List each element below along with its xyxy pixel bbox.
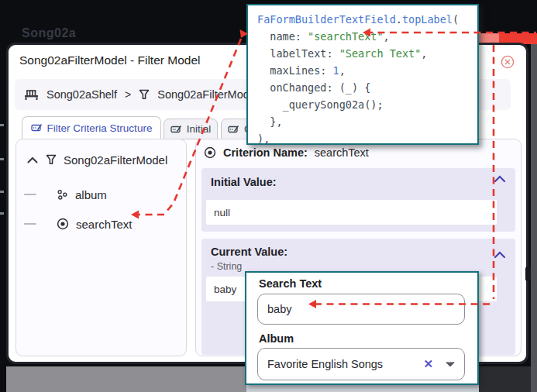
scrollbar-thumb[interactable] (525, 266, 531, 281)
album-label: Album (259, 332, 294, 345)
code-line: }, (257, 113, 477, 130)
edge-artifact (0, 212, 4, 215)
album-dropdown[interactable]: Favorite English Songs ✕ (257, 348, 465, 380)
funnel-icon (46, 154, 57, 165)
code-token: "searchText" (308, 30, 384, 43)
code-line: ), (257, 130, 477, 147)
album-value: Favorite English Songs (267, 358, 383, 370)
current-value-title: Current Value: (211, 246, 287, 258)
collapse-section-button[interactable] (494, 175, 506, 183)
search-form-popup: Search Text baby Album Favorite English … (245, 271, 479, 385)
chevron-down-icon[interactable] (446, 361, 455, 367)
edge-artifact (0, 124, 4, 126)
chevron-up-icon (494, 175, 506, 183)
code-token: labelText: (257, 47, 339, 60)
funnel-icon (139, 89, 150, 100)
breadcrumb-model[interactable]: Song02aFilterModel (157, 88, 258, 101)
tab-label: Initial (187, 123, 212, 135)
edge-artifact (0, 191, 4, 193)
chevron-up-icon (494, 251, 506, 259)
tab-initial[interactable]: Initial (164, 119, 218, 139)
form-edit-icon (228, 125, 239, 134)
code-token: . (396, 13, 402, 26)
tree-root-label: Song02aFilterModel (64, 153, 167, 167)
code-token: ), (257, 132, 270, 145)
background-occluded-text: Song02a (22, 26, 76, 40)
criterion-name-value: searchText (315, 146, 369, 159)
tree-root-row[interactable]: Song02aFilterModel (16, 150, 197, 169)
initial-value-title: Initial Value: (211, 176, 277, 188)
form-edit-icon (170, 125, 182, 134)
code-token: 1 (333, 64, 339, 77)
close-icon (501, 55, 515, 69)
code-line: onChanged: (_) { (257, 79, 477, 96)
code-line: FaFormBuilderTextField.topLabel( (257, 11, 477, 28)
code-token: ( (453, 13, 459, 26)
background-strip-under-popup (246, 385, 479, 392)
code-token: , (339, 64, 346, 77)
code-line: _querySong02a(); (257, 96, 477, 113)
form-edit-icon (31, 123, 43, 132)
tab-label: Filter Criteria Structure (47, 122, 153, 134)
code-token: , (384, 30, 390, 43)
screenshot-stage: Song02a Song02aFilterModel - Filter Mode… (0, 0, 537, 392)
current-value-text: baby (214, 284, 236, 295)
filter-tree-panel: Song02aFilterModel album searchText (15, 139, 187, 356)
collapse-section-button[interactable] (494, 251, 506, 259)
dialog-title: Song02aFilterModel - Filter Model (19, 53, 200, 67)
code-token: maxLines: (257, 64, 333, 77)
code-token: _querySong02a(); (257, 98, 384, 111)
clear-x-icon[interactable]: ✕ (423, 357, 433, 371)
code-line: name: "searchText", (257, 28, 477, 45)
tree-item-label: album (75, 188, 107, 201)
breadcrumb-separator: > (125, 88, 131, 101)
current-value-type-hint: - String (211, 261, 242, 272)
search-text-label: Search Text (259, 277, 322, 290)
breadcrumb-shelf[interactable]: Song02aShelf (46, 88, 117, 101)
radio-icon (57, 218, 69, 230)
code-token: , (421, 47, 427, 60)
code-token: FaFormBuilderTextField (257, 13, 396, 26)
code-token: "Search Text" (339, 47, 422, 60)
close-button[interactable] (501, 55, 515, 69)
code-token: name: (257, 30, 308, 43)
search-text-value: baby (267, 303, 291, 315)
criterion-name-label: Criterion Name: (223, 146, 308, 159)
scatter-icon (57, 189, 68, 201)
shelf-icon (24, 89, 39, 101)
code-token: onChanged: (_) { (257, 81, 370, 94)
criterion-name-row: Criterion Name: searchText (204, 146, 369, 159)
tree-item-label: searchText (76, 218, 133, 231)
collapse-chevron-icon[interactable] (27, 156, 38, 163)
tab-filter-criteria-structure[interactable]: Filter Criteria Structure (22, 116, 161, 139)
code-token: topLabel (402, 13, 453, 26)
initial-value-section: Initial Value: null (201, 168, 515, 232)
initial-value-text: null (214, 207, 230, 218)
code-line: labelText: "Search Text", (257, 45, 477, 62)
code-token: }, (257, 115, 283, 128)
background-right-strip (531, 44, 537, 392)
search-text-input[interactable]: baby (257, 294, 465, 325)
code-line: maxLines: 1, (257, 62, 477, 79)
code-snippet-popup: FaFormBuilderTextField.topLabel( name: "… (246, 4, 479, 145)
radio-icon (204, 146, 216, 159)
background-bottom-band-dark (479, 366, 531, 392)
initial-value-field[interactable]: null (206, 200, 497, 225)
edge-artifact (0, 158, 4, 160)
